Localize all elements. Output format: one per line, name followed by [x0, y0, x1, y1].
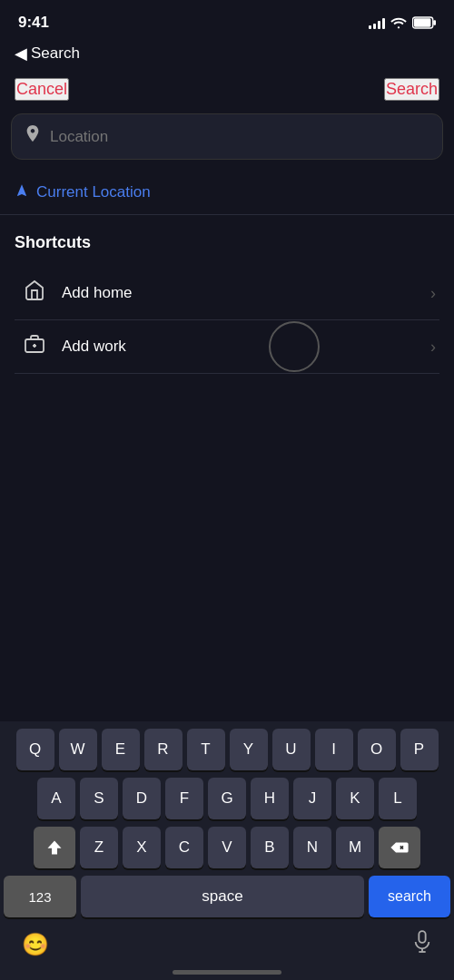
add-work-label: Add work [62, 338, 430, 356]
location-search-container[interactable] [11, 113, 443, 160]
key-e[interactable]: E [102, 729, 140, 770]
svg-rect-1 [433, 20, 436, 25]
nav-back-label: Search [31, 44, 80, 63]
key-r[interactable]: R [144, 729, 183, 770]
battery-icon [412, 16, 436, 29]
key-f[interactable]: F [165, 778, 203, 819]
key-b[interactable]: B [251, 827, 289, 868]
svg-rect-2 [414, 18, 431, 26]
keyboard-bottom-row: 123 space search [4, 876, 450, 917]
numbers-key[interactable]: 123 [4, 876, 76, 917]
shift-key[interactable] [34, 827, 75, 868]
key-m[interactable]: M [336, 827, 374, 868]
key-l[interactable]: L [379, 778, 417, 819]
location-input[interactable] [50, 128, 429, 146]
key-h[interactable]: H [251, 778, 289, 819]
key-y[interactable]: Y [230, 729, 268, 770]
back-chevron-icon: ◀ [15, 44, 27, 64]
key-v[interactable]: V [208, 827, 246, 868]
mic-icon[interactable] [412, 930, 432, 959]
key-w[interactable]: W [59, 729, 97, 770]
status-bar: 9:41 [0, 0, 454, 40]
key-z[interactable]: Z [80, 827, 118, 868]
status-time: 9:41 [18, 14, 49, 32]
shortcuts-section: Shortcuts [0, 215, 454, 267]
add-work-chevron-icon: › [430, 338, 436, 357]
add-home-chevron-icon: › [430, 284, 436, 303]
key-u[interactable]: U [272, 729, 311, 770]
current-location-button[interactable]: Current Location [0, 171, 454, 215]
key-d[interactable]: D [123, 778, 161, 819]
keyboard-row-1: Q W E R T Y U I O P [4, 729, 450, 770]
search-key[interactable]: search [369, 876, 450, 917]
location-arrow-icon [15, 183, 29, 201]
key-n[interactable]: N [293, 827, 331, 868]
status-icons [369, 16, 436, 29]
space-key[interactable]: space [81, 876, 364, 917]
back-button[interactable]: ◀ Search [15, 44, 80, 64]
shortcuts-title: Shortcuts [15, 233, 439, 252]
emoji-icon[interactable]: 😊 [22, 932, 49, 957]
add-home-button[interactable]: Add home › [15, 267, 439, 320]
key-t[interactable]: T [187, 729, 225, 770]
svg-rect-8 [419, 931, 425, 943]
key-a[interactable]: A [37, 778, 75, 819]
keyboard-row-2: A S D F G H J K L [4, 778, 450, 819]
add-home-label: Add home [62, 284, 430, 302]
signal-icon [369, 16, 385, 29]
current-location-label: Current Location [36, 183, 151, 201]
key-j[interactable]: J [293, 778, 331, 819]
key-c[interactable]: C [165, 827, 203, 868]
key-g[interactable]: G [208, 778, 246, 819]
wifi-icon [390, 16, 407, 29]
header-search-button[interactable]: Search [384, 78, 439, 101]
keyboard: Q W E R T Y U I O P A S D F G H J K L Z … [0, 721, 454, 980]
add-work-button[interactable]: Add work › [15, 320, 439, 374]
work-icon [18, 333, 51, 360]
key-i[interactable]: I [315, 729, 353, 770]
key-p[interactable]: P [400, 729, 439, 770]
home-icon [18, 279, 51, 307]
home-indicator [4, 970, 450, 980]
key-s[interactable]: S [80, 778, 118, 819]
home-bar [173, 970, 281, 975]
key-o[interactable]: O [358, 729, 396, 770]
key-k[interactable]: K [336, 778, 374, 819]
delete-key[interactable] [379, 827, 420, 868]
header-actions: Cancel Search [0, 71, 454, 110]
cancel-button[interactable]: Cancel [15, 78, 69, 101]
key-x[interactable]: X [123, 827, 161, 868]
emoji-mic-row: 😊 [4, 925, 450, 970]
nav-bar: ◀ Search [0, 40, 454, 71]
keyboard-row-3: Z X C V B N M [4, 827, 450, 868]
key-q[interactable]: Q [16, 729, 54, 770]
location-pin-icon [25, 125, 41, 148]
